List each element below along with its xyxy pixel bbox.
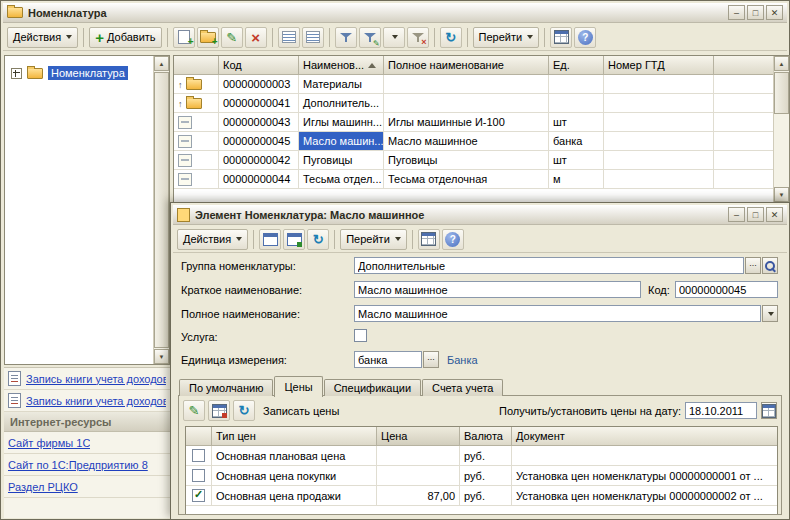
cell-gtd[interactable] bbox=[604, 170, 714, 189]
cell-document[interactable] bbox=[512, 446, 777, 466]
site-1c-link[interactable]: Сайт фирмы 1С bbox=[8, 437, 90, 449]
code-input[interactable] bbox=[675, 281, 778, 298]
actions-menu-button[interactable]: Действия bbox=[7, 27, 78, 48]
tab-specifications[interactable]: Спецификации bbox=[324, 379, 421, 396]
cell-name-selected[interactable]: Масло машин... bbox=[299, 132, 384, 151]
unit-select-button[interactable] bbox=[423, 351, 439, 368]
filter-settings-button[interactable]: ✎ bbox=[359, 27, 381, 48]
maximize-button[interactable]: □ bbox=[747, 207, 764, 222]
scroll-down-icon[interactable] bbox=[774, 187, 789, 202]
tree-node-nomenklatura[interactable]: Номенклатура bbox=[11, 65, 128, 81]
cell-code[interactable]: 00000000044 bbox=[219, 170, 299, 189]
refresh-button[interactable] bbox=[440, 27, 462, 48]
cell-fullname[interactable]: Тесьма отделочная bbox=[384, 170, 549, 189]
table-row-selected[interactable]: 00000000045 Масло машин... Масло машинно… bbox=[174, 132, 789, 151]
cell-fullname[interactable]: Пуговицы bbox=[384, 151, 549, 170]
cell-price[interactable]: 87,00 bbox=[377, 486, 460, 506]
cell-currency[interactable]: руб. bbox=[460, 486, 512, 506]
link-item[interactable]: Сайт фирмы 1С bbox=[4, 432, 170, 454]
col-header-unit[interactable]: Ед. bbox=[549, 56, 604, 75]
cell-name[interactable]: Дополнитель... bbox=[299, 94, 384, 113]
group-open-button[interactable] bbox=[762, 257, 778, 274]
price-row-checkbox-checked[interactable] bbox=[192, 489, 205, 502]
tab-default[interactable]: По умолчанию bbox=[179, 379, 273, 396]
cell-unit[interactable]: банка bbox=[549, 132, 604, 151]
filter-history-button[interactable] bbox=[383, 27, 405, 48]
col-header-price[interactable]: Цена bbox=[377, 427, 460, 446]
unit-reference-link[interactable]: Банка bbox=[447, 354, 478, 366]
service-checkbox[interactable] bbox=[354, 329, 367, 342]
tree-node-label[interactable]: Номенклатура bbox=[48, 66, 128, 80]
link-item[interactable]: Сайт по 1С:Предприятию 8 bbox=[4, 454, 170, 476]
edit-button[interactable] bbox=[221, 27, 243, 48]
unit-input[interactable] bbox=[354, 351, 422, 368]
add-item-button[interactable]: + bbox=[173, 27, 195, 48]
cell-unit[interactable]: шт bbox=[549, 113, 604, 132]
scroll-thumb[interactable] bbox=[154, 72, 169, 348]
edit-prices-button[interactable] bbox=[183, 400, 205, 421]
cell-price[interactable] bbox=[377, 446, 460, 466]
cell-unit[interactable] bbox=[549, 75, 604, 94]
scroll-thumb[interactable] bbox=[774, 72, 789, 114]
list-view-button[interactable] bbox=[302, 27, 324, 48]
close-button[interactable]: ✕ bbox=[766, 5, 783, 20]
cell-fullname[interactable] bbox=[384, 75, 549, 94]
rcko-link[interactable]: Раздел РЦКО bbox=[8, 481, 78, 493]
scroll-up-icon[interactable] bbox=[774, 56, 789, 71]
close-button[interactable]: ✕ bbox=[766, 207, 783, 222]
tree-scrollbar[interactable] bbox=[153, 56, 169, 364]
link-item[interactable]: Раздел РЦКО bbox=[4, 476, 170, 498]
record-link-item[interactable]: Запись книги учета доходов и bbox=[4, 368, 170, 390]
col-header-icon[interactable] bbox=[174, 56, 219, 75]
hierarchy-view-button[interactable] bbox=[278, 27, 300, 48]
filter-button[interactable] bbox=[335, 27, 357, 48]
cell-price-type[interactable]: Основная плановая цена bbox=[212, 446, 377, 466]
cell-gtd[interactable] bbox=[604, 113, 714, 132]
minimize-button[interactable]: – bbox=[728, 5, 745, 20]
table-row[interactable]: 00000000044 Тесьма отдел... Тесьма отдел… bbox=[174, 170, 789, 189]
cell-fullname[interactable] bbox=[384, 94, 549, 113]
save-close-button[interactable] bbox=[259, 229, 281, 250]
scroll-down-icon[interactable] bbox=[154, 349, 169, 364]
refresh-prices-button[interactable] bbox=[233, 400, 255, 421]
record-link-item[interactable]: Запись книги учета доходов и bbox=[4, 390, 170, 412]
main-window-titlebar[interactable]: Номенклатура – □ ✕ bbox=[3, 3, 787, 23]
cell-fullname[interactable]: Иглы машинные И-100 bbox=[384, 113, 549, 132]
actions-menu-button[interactable]: Действия bbox=[177, 229, 248, 250]
cell-gtd[interactable] bbox=[604, 75, 714, 94]
clear-filter-button[interactable]: × bbox=[407, 27, 429, 48]
delete-button[interactable] bbox=[245, 27, 267, 48]
cell-code[interactable]: 00000000003 bbox=[219, 75, 299, 94]
cell-document[interactable]: Установка цен номенклатуры 00000000002 о… bbox=[512, 486, 777, 506]
go-menu-button[interactable]: Перейти bbox=[473, 27, 540, 48]
element-window-titlebar[interactable]: Элемент Номенклатура: Масло машинное – □… bbox=[173, 205, 787, 225]
cell-name[interactable]: Пуговицы bbox=[299, 151, 384, 170]
full-name-input[interactable] bbox=[354, 305, 761, 322]
price-row[interactable]: Основная плановая цена руб. bbox=[186, 446, 777, 466]
col-header-checkbox[interactable] bbox=[186, 427, 212, 446]
reread-button[interactable] bbox=[307, 229, 329, 250]
cell-code[interactable]: 00000000041 bbox=[219, 94, 299, 113]
calendar-button[interactable] bbox=[761, 402, 777, 419]
col-header-document[interactable]: Документ bbox=[512, 427, 777, 446]
cell-code[interactable]: 00000000045 bbox=[219, 132, 299, 151]
group-field-input[interactable] bbox=[354, 257, 744, 274]
catalog-scrollbar[interactable] bbox=[773, 56, 789, 202]
save-button[interactable] bbox=[283, 229, 305, 250]
cell-price-type[interactable]: Основная цена продажи bbox=[212, 486, 377, 506]
table-row[interactable]: 00000000003 Материалы bbox=[174, 75, 789, 94]
help-button[interactable] bbox=[442, 229, 464, 250]
col-header-gtd[interactable]: Номер ГТД bbox=[604, 56, 714, 75]
cell-currency[interactable]: руб. bbox=[460, 466, 512, 486]
help-button[interactable] bbox=[574, 27, 596, 48]
tab-prices[interactable]: Цены bbox=[274, 376, 322, 397]
form-settings-button[interactable] bbox=[418, 229, 440, 250]
price-row-checkbox[interactable] bbox=[192, 469, 205, 482]
cell-gtd[interactable] bbox=[604, 132, 714, 151]
table-row[interactable]: 00000000043 Иглы машинн... Иглы машинные… bbox=[174, 113, 789, 132]
edit-table-button[interactable] bbox=[208, 400, 230, 421]
add-group-button[interactable]: + bbox=[197, 27, 219, 48]
expand-icon[interactable] bbox=[11, 68, 22, 79]
price-row-checkbox[interactable] bbox=[192, 449, 205, 462]
cell-currency[interactable]: руб. bbox=[460, 446, 512, 466]
